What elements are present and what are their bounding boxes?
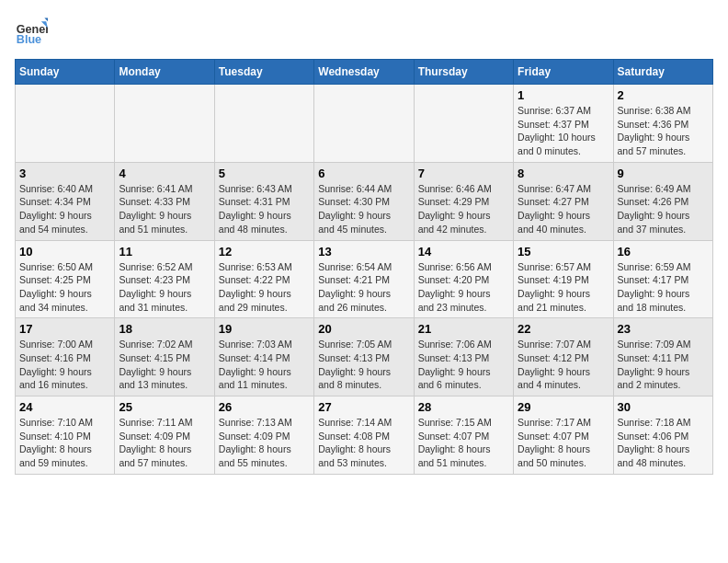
calendar-cell: 26Sunrise: 7:13 AM Sunset: 4:09 PM Dayli… bbox=[214, 396, 313, 475]
day-number: 16 bbox=[618, 245, 709, 259]
svg-text:Blue: Blue bbox=[17, 33, 41, 46]
weekday-header: Saturday bbox=[613, 60, 712, 85]
calendar-cell: 17Sunrise: 7:00 AM Sunset: 4:16 PM Dayli… bbox=[16, 318, 115, 396]
weekday-header: Thursday bbox=[414, 60, 513, 85]
calendar-cell bbox=[16, 85, 115, 163]
day-detail: Sunrise: 6:49 AM Sunset: 4:26 PM Dayligh… bbox=[618, 182, 709, 236]
calendar-cell: 1Sunrise: 6:37 AM Sunset: 4:37 PM Daylig… bbox=[514, 85, 613, 163]
day-detail: Sunrise: 7:03 AM Sunset: 4:14 PM Dayligh… bbox=[219, 338, 310, 392]
calendar-cell: 5Sunrise: 6:43 AM Sunset: 4:31 PM Daylig… bbox=[214, 162, 313, 240]
weekday-header: Tuesday bbox=[214, 60, 313, 85]
day-detail: Sunrise: 6:37 AM Sunset: 4:37 PM Dayligh… bbox=[518, 104, 609, 158]
day-number: 29 bbox=[518, 400, 609, 414]
calendar-cell: 13Sunrise: 6:54 AM Sunset: 4:21 PM Dayli… bbox=[314, 240, 414, 318]
day-detail: Sunrise: 6:56 AM Sunset: 4:20 PM Dayligh… bbox=[418, 260, 509, 315]
calendar-cell bbox=[115, 85, 214, 163]
logo-icon: General Blue bbox=[15, 15, 48, 48]
day-detail: Sunrise: 6:59 AM Sunset: 4:17 PM Dayligh… bbox=[618, 260, 709, 315]
day-detail: Sunrise: 6:50 AM Sunset: 4:25 PM Dayligh… bbox=[19, 260, 110, 315]
calendar-cell: 22Sunrise: 7:07 AM Sunset: 4:12 PM Dayli… bbox=[514, 318, 613, 396]
day-number: 22 bbox=[518, 322, 609, 336]
day-number: 26 bbox=[219, 400, 310, 414]
calendar-cell: 21Sunrise: 7:06 AM Sunset: 4:13 PM Dayli… bbox=[414, 318, 513, 396]
day-detail: Sunrise: 6:52 AM Sunset: 4:23 PM Dayligh… bbox=[119, 260, 210, 315]
day-detail: Sunrise: 6:41 AM Sunset: 4:33 PM Dayligh… bbox=[119, 182, 210, 236]
day-number: 7 bbox=[418, 167, 509, 180]
day-number: 1 bbox=[518, 88, 609, 102]
calendar-week-row: 17Sunrise: 7:00 AM Sunset: 4:16 PM Dayli… bbox=[16, 318, 713, 396]
weekday-header: Friday bbox=[514, 60, 613, 85]
calendar-cell: 7Sunrise: 6:46 AM Sunset: 4:29 PM Daylig… bbox=[414, 162, 513, 240]
day-number: 4 bbox=[119, 167, 210, 180]
calendar-cell: 19Sunrise: 7:03 AM Sunset: 4:14 PM Dayli… bbox=[214, 318, 313, 396]
day-number: 11 bbox=[119, 245, 210, 259]
calendar-cell bbox=[414, 85, 513, 163]
calendar-week-row: 10Sunrise: 6:50 AM Sunset: 4:25 PM Dayli… bbox=[16, 240, 713, 318]
calendar-cell bbox=[214, 85, 313, 163]
day-number: 28 bbox=[418, 400, 509, 414]
day-detail: Sunrise: 7:07 AM Sunset: 4:12 PM Dayligh… bbox=[518, 338, 609, 392]
calendar-header-row: SundayMondayTuesdayWednesdayThursdayFrid… bbox=[16, 60, 713, 85]
weekday-header: Sunday bbox=[16, 60, 115, 85]
calendar-cell: 12Sunrise: 6:53 AM Sunset: 4:22 PM Dayli… bbox=[214, 240, 313, 318]
day-number: 17 bbox=[19, 322, 110, 336]
day-detail: Sunrise: 7:06 AM Sunset: 4:13 PM Dayligh… bbox=[418, 338, 509, 392]
day-number: 30 bbox=[618, 400, 709, 414]
day-number: 5 bbox=[219, 167, 310, 180]
weekday-header: Monday bbox=[115, 60, 214, 85]
calendar-cell: 15Sunrise: 6:57 AM Sunset: 4:19 PM Dayli… bbox=[514, 240, 613, 318]
calendar-cell: 10Sunrise: 6:50 AM Sunset: 4:25 PM Dayli… bbox=[16, 240, 115, 318]
calendar-cell: 29Sunrise: 7:17 AM Sunset: 4:07 PM Dayli… bbox=[514, 396, 613, 475]
day-detail: Sunrise: 6:54 AM Sunset: 4:21 PM Dayligh… bbox=[318, 260, 409, 315]
day-detail: Sunrise: 6:44 AM Sunset: 4:30 PM Dayligh… bbox=[318, 182, 409, 236]
day-number: 2 bbox=[618, 88, 709, 102]
logo: General Blue bbox=[15, 15, 51, 48]
calendar-cell: 27Sunrise: 7:14 AM Sunset: 4:08 PM Dayli… bbox=[314, 396, 414, 475]
day-detail: Sunrise: 7:05 AM Sunset: 4:13 PM Dayligh… bbox=[318, 338, 409, 392]
calendar-cell: 4Sunrise: 6:41 AM Sunset: 4:33 PM Daylig… bbox=[115, 162, 214, 240]
calendar-cell: 18Sunrise: 7:02 AM Sunset: 4:15 PM Dayli… bbox=[115, 318, 214, 396]
day-detail: Sunrise: 6:57 AM Sunset: 4:19 PM Dayligh… bbox=[518, 260, 609, 315]
day-detail: Sunrise: 7:18 AM Sunset: 4:06 PM Dayligh… bbox=[618, 416, 709, 470]
day-detail: Sunrise: 6:43 AM Sunset: 4:31 PM Dayligh… bbox=[219, 182, 310, 236]
calendar-cell: 23Sunrise: 7:09 AM Sunset: 4:11 PM Dayli… bbox=[613, 318, 712, 396]
day-detail: Sunrise: 7:15 AM Sunset: 4:07 PM Dayligh… bbox=[418, 416, 509, 470]
calendar-cell bbox=[314, 85, 414, 163]
calendar-cell: 9Sunrise: 6:49 AM Sunset: 4:26 PM Daylig… bbox=[613, 162, 712, 240]
calendar-cell: 30Sunrise: 7:18 AM Sunset: 4:06 PM Dayli… bbox=[613, 396, 712, 475]
day-number: 13 bbox=[318, 245, 409, 259]
calendar-cell: 3Sunrise: 6:40 AM Sunset: 4:34 PM Daylig… bbox=[16, 162, 115, 240]
day-detail: Sunrise: 6:40 AM Sunset: 4:34 PM Dayligh… bbox=[19, 182, 110, 236]
day-detail: Sunrise: 7:09 AM Sunset: 4:11 PM Dayligh… bbox=[618, 338, 709, 392]
calendar-table: SundayMondayTuesdayWednesdayThursdayFrid… bbox=[15, 59, 713, 475]
calendar-cell: 28Sunrise: 7:15 AM Sunset: 4:07 PM Dayli… bbox=[414, 396, 513, 475]
day-number: 8 bbox=[518, 167, 609, 180]
day-detail: Sunrise: 6:53 AM Sunset: 4:22 PM Dayligh… bbox=[219, 260, 310, 315]
day-detail: Sunrise: 7:10 AM Sunset: 4:10 PM Dayligh… bbox=[19, 416, 110, 470]
day-number: 21 bbox=[418, 322, 509, 336]
calendar-week-row: 24Sunrise: 7:10 AM Sunset: 4:10 PM Dayli… bbox=[16, 396, 713, 475]
day-detail: Sunrise: 6:47 AM Sunset: 4:27 PM Dayligh… bbox=[518, 182, 609, 236]
calendar-cell: 16Sunrise: 6:59 AM Sunset: 4:17 PM Dayli… bbox=[613, 240, 712, 318]
day-number: 25 bbox=[119, 400, 210, 414]
day-number: 10 bbox=[19, 245, 110, 259]
calendar-cell: 20Sunrise: 7:05 AM Sunset: 4:13 PM Dayli… bbox=[314, 318, 414, 396]
calendar-cell: 6Sunrise: 6:44 AM Sunset: 4:30 PM Daylig… bbox=[314, 162, 414, 240]
page-header: General Blue bbox=[15, 15, 713, 48]
day-number: 3 bbox=[19, 167, 110, 180]
calendar-cell: 8Sunrise: 6:47 AM Sunset: 4:27 PM Daylig… bbox=[514, 162, 613, 240]
day-detail: Sunrise: 7:11 AM Sunset: 4:09 PM Dayligh… bbox=[119, 416, 210, 470]
day-number: 18 bbox=[119, 322, 210, 336]
day-detail: Sunrise: 7:13 AM Sunset: 4:09 PM Dayligh… bbox=[219, 416, 310, 470]
day-detail: Sunrise: 7:02 AM Sunset: 4:15 PM Dayligh… bbox=[119, 338, 210, 392]
day-number: 24 bbox=[19, 400, 110, 414]
day-number: 12 bbox=[219, 245, 310, 259]
calendar-cell: 24Sunrise: 7:10 AM Sunset: 4:10 PM Dayli… bbox=[16, 396, 115, 475]
calendar-cell: 2Sunrise: 6:38 AM Sunset: 4:36 PM Daylig… bbox=[613, 85, 712, 163]
calendar-cell: 14Sunrise: 6:56 AM Sunset: 4:20 PM Dayli… bbox=[414, 240, 513, 318]
day-number: 27 bbox=[318, 400, 409, 414]
day-number: 19 bbox=[219, 322, 310, 336]
day-number: 14 bbox=[418, 245, 509, 259]
day-number: 15 bbox=[518, 245, 609, 259]
day-detail: Sunrise: 6:46 AM Sunset: 4:29 PM Dayligh… bbox=[418, 182, 509, 236]
